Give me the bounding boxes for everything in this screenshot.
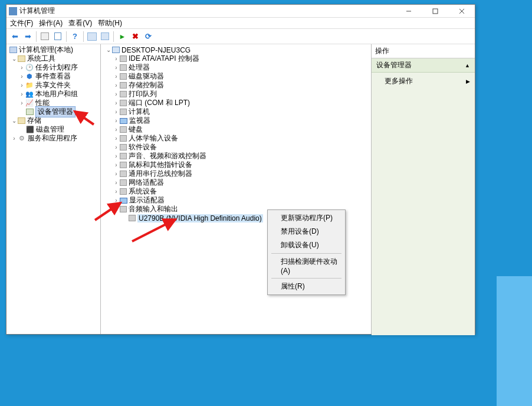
device-label: 音频输入和输出 (129, 204, 178, 214)
device-hid[interactable]: › 人体学输入设备 (101, 134, 371, 143)
toolbar-separator (83, 31, 84, 42)
collapse-icon[interactable]: ▲ (465, 63, 470, 68)
expand-icon[interactable]: › (113, 55, 119, 62)
system-device-icon (120, 188, 127, 195)
tree-shared-folders[interactable]: › 📁 共享文件夹 (6, 81, 100, 90)
menu-item-label: 属性(R) (281, 282, 305, 290)
minimize-button[interactable] (395, 5, 422, 18)
device-storage-ctrl[interactable]: › 存储控制器 (101, 81, 371, 90)
device-sound[interactable]: › 声音、视频和游戏控制器 (101, 152, 371, 161)
svg-rect-1 (433, 9, 438, 14)
devices-button[interactable] (99, 31, 111, 42)
refresh-button[interactable]: ⟳ (142, 31, 154, 42)
expand-icon[interactable]: › (113, 135, 119, 142)
scope-button[interactable] (39, 31, 51, 42)
expand-icon[interactable]: › (19, 73, 25, 80)
menu-scan-hardware[interactable]: 扫描检测硬件改动(A) (269, 255, 344, 277)
device-monitors[interactable]: › 监视器 (101, 116, 371, 125)
device-usb[interactable]: › 通用串行总线控制器 (101, 169, 371, 178)
expand-icon[interactable]: › (113, 144, 119, 150)
expand-icon[interactable]: › (113, 109, 119, 115)
tree-device-manager[interactable]: 设备管理器 (6, 107, 100, 116)
tree-storage[interactable]: ⌄ 存储 (6, 116, 100, 125)
device-computer-root[interactable]: ⌄ DESKTOP-NJEU3CG (101, 45, 371, 54)
menu-disable-device[interactable]: 禁用设备(D) (269, 225, 344, 238)
menu-view[interactable]: 查看(V) (68, 18, 92, 28)
collapse-icon[interactable]: ⌄ (11, 55, 17, 62)
actions-section-header[interactable]: 设备管理器 ▲ (372, 58, 475, 73)
menu-separator (271, 278, 341, 279)
enable-button[interactable]: ▸ (116, 31, 128, 42)
actions-header: 操作 (372, 44, 475, 58)
properties-button[interactable] (52, 31, 64, 42)
expand-icon[interactable]: › (113, 73, 119, 80)
disable-button[interactable]: ✖ (129, 31, 141, 42)
content-area: 计算机管理(本地) ⌄ 系统工具 › 🕑 任务计划程序 › ⬢ 事件查看器 (6, 44, 475, 334)
back-button[interactable]: ⬅ (9, 31, 21, 42)
device-ports[interactable]: › 端口 (COM 和 LPT) (101, 99, 371, 107)
help-button[interactable]: ? (69, 31, 81, 42)
expand-icon[interactable]: › (113, 91, 119, 97)
menu-uninstall-device[interactable]: 卸载设备(U) (269, 238, 344, 252)
tree-event-viewer[interactable]: › ⬢ 事件查看器 (6, 72, 100, 81)
menu-item-label: 禁用设备(D) (281, 227, 319, 235)
device-manager-panel: ⌄ DESKTOP-NJEU3CG › IDE ATA/ATAPI 控制器 › … (101, 44, 372, 334)
expand-icon[interactable]: › (113, 82, 119, 89)
forward-button[interactable]: ➡ (22, 31, 34, 42)
action-label: 更多操作 (385, 76, 413, 86)
close-button[interactable] (448, 5, 475, 18)
expand-icon[interactable]: › (19, 91, 25, 97)
tree-local-users[interactable]: › 👥 本地用户和组 (6, 90, 100, 99)
device-disk-drives[interactable]: › 磁盘驱动器 (101, 72, 371, 81)
performance-icon: 📈 (25, 99, 34, 107)
device-system[interactable]: › 系统设备 (101, 187, 371, 196)
tree-system-tools[interactable]: ⌄ 系统工具 (6, 54, 100, 63)
expand-icon[interactable]: › (113, 153, 119, 159)
services-icon: ⚙ (18, 135, 26, 142)
tree-services-apps[interactable]: › ⚙ 服务和应用程序 (6, 134, 100, 143)
device-computer-node[interactable]: › 计算机 (101, 107, 371, 116)
menu-file[interactable]: 文件(F) (10, 18, 33, 28)
tree-task-scheduler[interactable]: › 🕑 任务计划程序 (6, 63, 100, 72)
maximize-button[interactable] (422, 5, 448, 18)
expand-icon[interactable]: › (19, 82, 25, 89)
action-more-actions[interactable]: 更多操作 ▶ (385, 75, 475, 87)
show-hidden-button[interactable] (86, 31, 98, 42)
expand-icon[interactable]: › (113, 64, 119, 71)
device-cpu[interactable]: › 处理器 (101, 63, 371, 72)
expand-icon[interactable]: › (113, 171, 119, 177)
menu-action[interactable]: 操作(A) (39, 18, 63, 28)
storage-icon (120, 82, 127, 89)
expand-icon[interactable]: › (113, 179, 119, 186)
menu-update-driver[interactable]: 更新驱动程序(P) (269, 211, 344, 225)
expand-icon[interactable]: › (19, 100, 25, 106)
expand-icon[interactable]: › (113, 162, 119, 168)
collapse-icon[interactable]: ⌄ (11, 117, 17, 124)
device-display[interactable]: › 显示适配器 (101, 196, 371, 205)
expand-icon[interactable]: › (19, 64, 25, 71)
device-software[interactable]: › 软件设备 (101, 143, 371, 152)
expand-icon[interactable]: › (113, 197, 119, 204)
device-mice[interactable]: › 鼠标和其他指针设备 (101, 161, 371, 169)
tree-disk-management[interactable]: ⬛ 磁盘管理 (6, 125, 100, 134)
expand-icon[interactable]: › (113, 100, 119, 106)
device-network[interactable]: › 网络适配器 (101, 178, 371, 187)
expand-icon[interactable]: › (113, 188, 119, 195)
expand-icon[interactable]: › (113, 117, 119, 124)
device-ide[interactable]: › IDE ATA/ATAPI 控制器 (101, 54, 371, 63)
device-keyboards[interactable]: › 键盘 (101, 125, 371, 134)
menu-help[interactable]: 帮助(H) (98, 18, 122, 28)
toolbar-separator (113, 31, 114, 42)
storage-icon (18, 117, 25, 124)
tree-root[interactable]: 计算机管理(本地) (6, 45, 100, 54)
device-print-queue[interactable]: › 打印队列 (101, 90, 371, 99)
expand-icon[interactable]: › (113, 126, 119, 133)
menu-properties[interactable]: 属性(R) (269, 280, 344, 293)
menu-item-label: 扫描检测硬件改动(A) (281, 257, 337, 275)
collapse-icon[interactable]: ⌄ (106, 47, 111, 53)
window-title: 计算机管理 (19, 6, 395, 16)
keyboard-icon (120, 126, 127, 133)
collapse-icon[interactable]: ⌄ (113, 206, 119, 212)
expand-icon[interactable]: › (11, 135, 17, 142)
device-label: U2790B (NVIDIA High Definition Audio) (137, 214, 263, 222)
